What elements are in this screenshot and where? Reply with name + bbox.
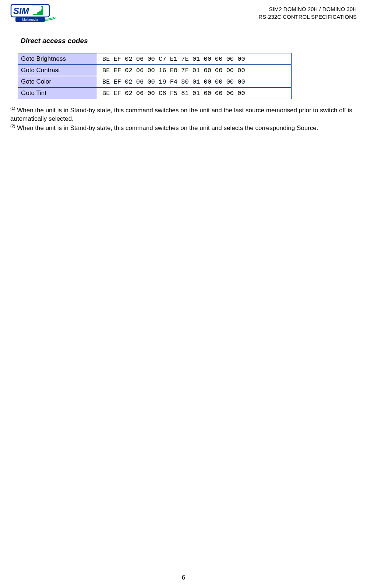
page-content: Direct access codes Goto Brightness BE E… xyxy=(0,22,367,132)
footnote-1-sup: (1) xyxy=(10,106,15,110)
footnote-1: (1) When the unit is in Stand-by state, … xyxy=(10,106,357,123)
svg-text:2: 2 xyxy=(32,6,38,16)
table-row: Goto Color BE EF 02 06 00 19 F4 80 01 00… xyxy=(18,76,292,88)
footnote-1-text: When the unit is in Stand-by state, this… xyxy=(10,107,352,122)
footnote-2-sup: (2) xyxy=(10,124,15,128)
table-cell-code: BE EF 02 06 00 16 E0 7F 01 00 00 00 00 xyxy=(97,65,292,76)
table-cell-code: BE EF 02 06 00 19 F4 80 01 00 00 00 00 xyxy=(97,76,292,88)
sim2-logo: SIM 2 Multimedia xyxy=(10,4,58,22)
svg-text:SIM: SIM xyxy=(13,6,29,16)
table-cell-code: BE EF 02 06 00 C8 F5 81 01 00 00 00 00 xyxy=(97,88,292,99)
table-cell-label: Goto Brightness xyxy=(18,53,97,65)
page-header: SIM 2 Multimedia SIM2 DOMINO 20H / DOMIN… xyxy=(0,0,367,22)
table-cell-label: Goto Color xyxy=(18,76,97,88)
table-row: Goto Brightness BE EF 02 06 00 C7 E1 7E … xyxy=(18,53,292,65)
svg-text:Multimedia: Multimedia xyxy=(22,18,38,21)
table-cell-label: Goto Contrast xyxy=(18,65,97,76)
table-cell-code: BE EF 02 06 00 C7 E1 7E 01 00 00 00 00 xyxy=(97,53,292,65)
table-cell-label: Goto Tint xyxy=(18,88,97,99)
section-title: Direct access codes xyxy=(21,37,357,45)
header-title-line2: RS-232C CONTROL SPECIFICATIONS xyxy=(258,14,357,20)
table-row: Goto Contrast BE EF 02 06 00 16 E0 7F 01… xyxy=(18,65,292,76)
page-number: 6 xyxy=(0,574,367,581)
header-title-line1: SIM2 DOMINO 20H / DOMINO 30H xyxy=(269,6,357,12)
table-row: Goto Tint BE EF 02 06 00 C8 F5 81 01 00 … xyxy=(18,88,292,99)
footnote-2: (2) When the unit is in Stand-by state, … xyxy=(10,123,357,133)
codes-table: Goto Brightness BE EF 02 06 00 C7 E1 7E … xyxy=(18,53,292,99)
footnote-2-text: When the unit is in Stand-by state, this… xyxy=(15,124,318,131)
footnotes: (1) When the unit is in Stand-by state, … xyxy=(10,106,357,132)
header-title: SIM2 DOMINO 20H / DOMINO 30H RS-232C CON… xyxy=(258,4,357,21)
